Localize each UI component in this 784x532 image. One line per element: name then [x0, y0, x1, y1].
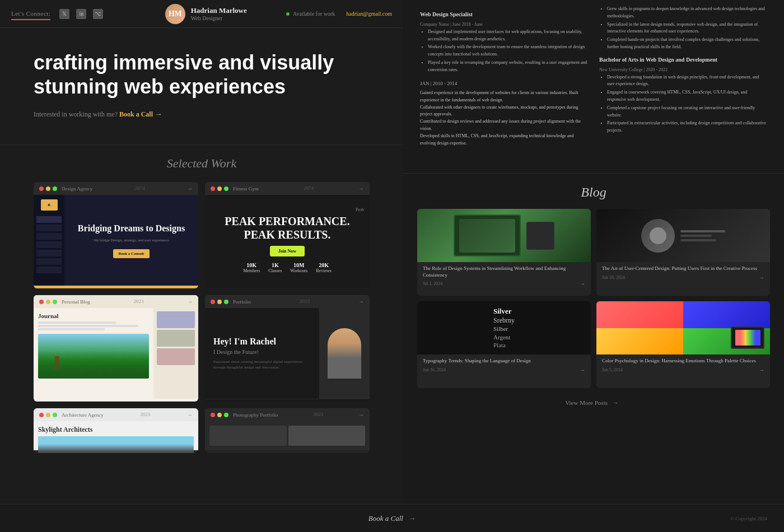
right-panel: Web Design Specialist Company Name | Jun… — [403, 0, 784, 532]
education-date: New University College | 2020 - 2022 — [599, 67, 767, 74]
work-card-skylight[interactable]: Architecture Agency 2023 → Skylight Arch… — [34, 408, 198, 453]
work-card-photography[interactable]: Photography Portfolio 2023 → — [205, 408, 370, 453]
blog-post-4-date: Jun 5, 2024 — [602, 367, 623, 372]
book-call-link[interactable]: Book a Call — [119, 110, 153, 118]
blog-post-2-arrow[interactable]: → — [759, 274, 764, 281]
social-icons: 𝕏 in ⌥ — [59, 9, 103, 19]
bridging-dreams-title: Bridging Dreams to Designs — [78, 223, 185, 235]
selected-work-section: Selected Work Design Agency 2074 → B — [0, 145, 403, 532]
portfolio-subtitle: I Design the Future! — [213, 349, 311, 355]
skylight-title: Skylight Architects — [38, 426, 194, 434]
blog-post-2-date: Jun 28, 2024 — [602, 275, 625, 280]
footer-copyright: © Copyright 2024 — [730, 516, 767, 521]
specialist-title: Web Design Specialist — [420, 10, 588, 19]
available-status: Available for work — [286, 11, 335, 17]
blog-card-design-systems[interactable]: The Role of Design Systems in Streamlini… — [417, 209, 591, 296]
header-right: Available for work hadrian@gmail.com — [286, 11, 392, 17]
blog-img-typography: Silver Srebrny Silber Argent Plata — [417, 301, 591, 354]
left-panel: Let's Connect: 𝕏 in ⌥ HM Hadrian Marlowe… — [0, 0, 403, 532]
linkedin-icon[interactable]: in — [76, 9, 86, 19]
profile-name: Hadrian Marlowe — [191, 6, 247, 15]
specialist-date: Company Name | June 2018 - June — [420, 21, 588, 29]
footer-book-call[interactable]: Book a Call → — [368, 514, 416, 523]
hero-subtitle: Interested in working with me? Book a Ca… — [34, 110, 370, 119]
hero-arrow: → — [155, 110, 162, 118]
resume-col-right: Grew skills in programs to deepen knowle… — [594, 6, 773, 167]
bridging-cta[interactable]: Book a Consult — [113, 249, 150, 258]
github-icon[interactable]: ⌥ — [93, 9, 103, 19]
journal-image — [38, 334, 149, 379]
resume-section: Web Design Specialist Company Name | Jun… — [403, 0, 784, 174]
work-grid: Design Agency 2074 → B — [34, 182, 370, 453]
work-card-journal[interactable]: Personal Blog 2023 → Journal — [34, 295, 198, 402]
blog-post-3-date: Jun 16, 2024 — [423, 367, 446, 372]
bridging-dreams-subtitle: We bridge Design, strategy, and user exp… — [94, 238, 169, 244]
hero-title: crafting immersive and visually stunning… — [34, 50, 370, 99]
blog-card-typography[interactable]: Silver Srebrny Silber Argent Plata Typog… — [417, 301, 591, 388]
blog-post-1-title: The Role of Design Systems in Streamlini… — [423, 265, 585, 278]
blog-title: Blog — [417, 185, 770, 200]
work-card-design-agency[interactable]: Design Agency 2074 → B — [34, 182, 198, 288]
blog-img-design-systems — [417, 209, 591, 262]
journal-title: Journal — [38, 312, 149, 319]
portfolio-selected-work: Selected Work — [205, 399, 370, 402]
hero-section: crafting immersive and visually stunning… — [0, 28, 403, 145]
lets-connect-label: Let's Connect: — [11, 8, 50, 20]
bridging-footer: On Dribbble — [34, 286, 198, 288]
blog-post-2-title: The Art of User-Centered Design: Putting… — [602, 265, 764, 272]
avatar: HM — [165, 4, 185, 24]
blog-img-color-psychology — [596, 301, 770, 354]
twitter-icon[interactable]: 𝕏 — [59, 9, 69, 19]
portfolio-name: Hey! I'm Rachel — [213, 337, 311, 347]
blog-post-4-title: Color Psychology in Design: Harnessing E… — [602, 358, 764, 365]
profile-role: Web Designer — [191, 15, 247, 21]
blog-grid: The Role of Design Systems in Streamlini… — [417, 209, 770, 388]
view-more-posts[interactable]: View More Posts → — [417, 395, 770, 410]
email-link[interactable]: hadrian@gmail.com — [346, 11, 392, 17]
fitness-cta[interactable]: Join Now — [270, 246, 305, 256]
blog-post-1-date: Jul 1, 2024 — [423, 281, 442, 286]
blog-card-color-psychology[interactable]: Color Psychology in Design: Harnessing E… — [596, 301, 770, 388]
sidebar-logo: B — [41, 199, 58, 211]
blog-img-user-centered — [596, 209, 770, 262]
skylight-image — [38, 436, 194, 453]
fitness-stats: 10KMembers 1KClasses 10MWorkouts 20KRevi… — [243, 262, 332, 273]
blog-post-3-arrow[interactable]: → — [580, 367, 585, 373]
photo-inner — [205, 421, 370, 450]
blog-card-user-centered[interactable]: The Art of User-Centered Design: Putting… — [596, 209, 770, 296]
education-title: Bachelor of Arts in Web Design and Devel… — [599, 55, 767, 64]
blog-section: Blog The Role of Design Systems in Strea… — [403, 174, 784, 416]
blog-post-4-arrow[interactable]: → — [759, 367, 764, 373]
portfolio-desc: Passionate about creating meaningful dig… — [213, 360, 311, 371]
person-silhouette — [328, 328, 361, 379]
selected-work-title: Selected Work — [34, 156, 370, 171]
fitness-title: Peak Performance. Peak Results. — [225, 214, 349, 241]
blog-post-1-arrow[interactable]: → — [580, 281, 585, 287]
profile-info: HM Hadrian Marlowe Web Designer — [165, 4, 247, 24]
footer: Book a Call → © Copyright 2024 — [0, 504, 784, 532]
work-card-portfolio[interactable]: Portfolio 2023 → Hey! I'm Rachel I Desig… — [205, 295, 370, 402]
header-bar: Let's Connect: 𝕏 in ⌥ HM Hadrian Marlowe… — [0, 0, 403, 28]
blog-post-3-title: Typography Trends: Shaping the Language … — [423, 358, 585, 365]
card-label: Design Agency — [62, 186, 92, 192]
work-card-fitness[interactable]: Fitness Gym 2074 → Prob Peak Performance… — [205, 182, 370, 288]
resume-col-left: Web Design Specialist Company Name | Jun… — [414, 6, 594, 167]
